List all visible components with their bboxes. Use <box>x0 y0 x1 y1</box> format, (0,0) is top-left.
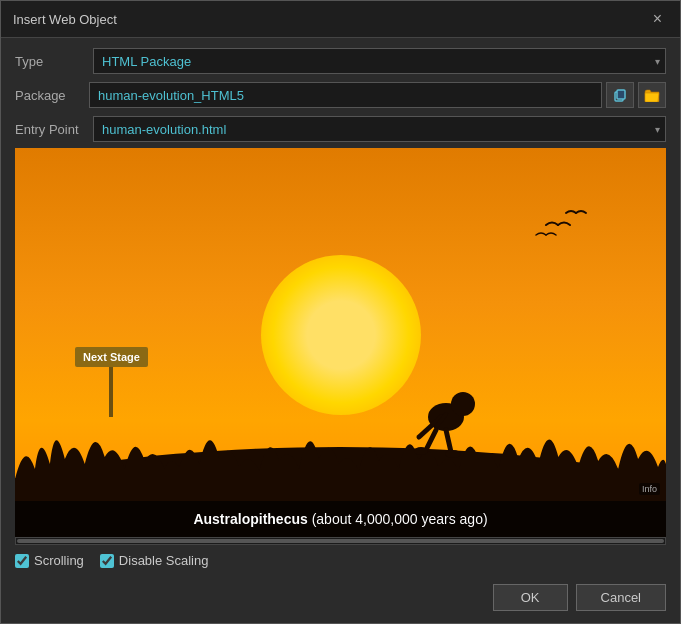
scrolling-label: Scrolling <box>34 553 84 568</box>
info-badge: Info <box>639 483 660 495</box>
browse-button[interactable] <box>638 82 666 108</box>
cancel-button[interactable]: Cancel <box>576 584 666 611</box>
form-area: Type HTML Package ▾ Package <box>1 38 680 148</box>
title-bar: Insert Web Object × <box>1 1 680 38</box>
entry-point-row: Entry Point human-evolution.html ▾ <box>15 116 666 142</box>
entry-point-select-wrapper: human-evolution.html ▾ <box>93 116 666 142</box>
scrolling-checkbox[interactable] <box>15 554 29 568</box>
svg-line-7 <box>446 430 451 452</box>
folder-icon <box>644 89 660 102</box>
ok-button[interactable]: OK <box>493 584 568 611</box>
close-button[interactable]: × <box>647 9 668 29</box>
caption-bold: Australopithecus <box>193 511 307 527</box>
type-select-wrapper: HTML Package ▾ <box>93 48 666 74</box>
type-row: Type HTML Package ▾ <box>15 48 666 74</box>
scene: Next Stage Info Australopithecus (about … <box>15 148 666 537</box>
disable-scaling-checkbox[interactable] <box>100 554 114 568</box>
svg-line-8 <box>426 430 436 450</box>
type-select[interactable]: HTML Package <box>93 48 666 74</box>
dialog-title: Insert Web Object <box>13 12 117 27</box>
button-row: OK Cancel <box>1 576 680 623</box>
entry-point-label: Entry Point <box>15 122 85 137</box>
sign-pole <box>109 367 113 417</box>
package-input[interactable] <box>89 82 602 108</box>
monkey-svg <box>391 362 491 462</box>
svg-point-9 <box>445 450 461 458</box>
insert-web-object-dialog: Insert Web Object × Type HTML Package ▾ … <box>0 0 681 624</box>
disable-scaling-label: Disable Scaling <box>119 553 209 568</box>
sign-text: Next Stage <box>75 347 148 367</box>
scrollbar-thumb <box>17 539 664 543</box>
type-label: Type <box>15 54 85 69</box>
disable-scaling-checkbox-label[interactable]: Disable Scaling <box>100 553 209 568</box>
svg-point-10 <box>414 447 428 455</box>
signpost: Next Stage <box>75 347 148 417</box>
scrolling-checkbox-label[interactable]: Scrolling <box>15 553 84 568</box>
package-label: Package <box>15 88 85 103</box>
birds-svg <box>496 203 596 253</box>
package-input-wrap <box>89 82 602 108</box>
copy-icon <box>613 88 627 102</box>
preview-area: Next Stage Info Australopithecus (about … <box>15 148 666 537</box>
caption-rest: (about 4,000,000 years ago) <box>308 511 488 527</box>
entry-point-select[interactable]: human-evolution.html <box>93 116 666 142</box>
copy-button[interactable] <box>606 82 634 108</box>
package-row: Package <box>15 82 666 108</box>
options-row: Scrolling Disable Scaling <box>1 545 680 576</box>
caption-bar: Australopithecus (about 4,000,000 years … <box>15 501 666 537</box>
svg-point-4 <box>451 392 475 416</box>
svg-rect-1 <box>617 90 625 99</box>
scrollbar[interactable] <box>15 537 666 545</box>
